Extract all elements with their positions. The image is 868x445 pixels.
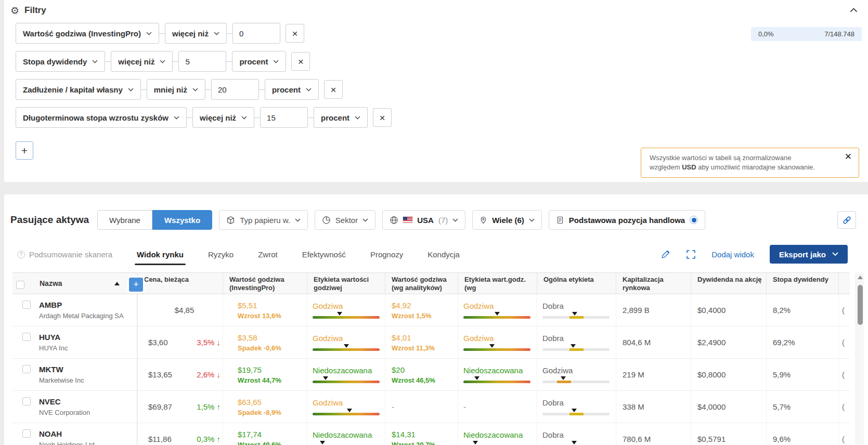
doc-icon <box>556 216 564 225</box>
filter-unit-select[interactable]: procent <box>232 51 286 72</box>
select-all-checkbox[interactable] <box>16 281 24 289</box>
price-change: 0,3% ↑ <box>197 435 221 443</box>
fv-ip-cell: $5,51Wzrost 13,6% <box>223 294 307 326</box>
ticker-link[interactable]: MKTW <box>39 365 137 374</box>
tab-forecasts[interactable]: Prognozy <box>370 242 403 267</box>
tab-scanner-summary[interactable]: ?Podsumowanie skanera <box>17 242 112 267</box>
exchange-dropdown[interactable]: Wiele (6) <box>472 210 542 230</box>
row-checkbox[interactable] <box>22 300 31 309</box>
column-header[interactable]: Stopa dywidendy <box>766 273 838 294</box>
scan-progress-count: 7/148.748 <box>824 30 854 38</box>
gauge-marker-icon <box>489 344 495 348</box>
fair-value-gauge <box>313 312 380 319</box>
column-header[interactable]: Wartość godziwa (InvestingPro) <box>223 273 307 294</box>
gauge-marker-icon <box>495 312 500 316</box>
fullscreen-icon[interactable] <box>686 250 696 259</box>
gauge-marker-icon <box>572 409 577 412</box>
filter-value-input[interactable] <box>178 51 226 72</box>
filter-field-select[interactable]: Stopa dywidendy <box>16 51 105 72</box>
column-header-name[interactable]: Nazwa <box>33 273 137 294</box>
row-checkbox[interactable] <box>22 365 31 373</box>
filter-operator-select[interactable]: mniej niż <box>147 79 205 100</box>
tab-return[interactable]: Zwrot <box>258 242 278 267</box>
pie-icon <box>322 216 331 225</box>
overall-health-gauge <box>542 441 610 445</box>
column-header[interactable]: Kapitalizacja rynkowa <box>616 273 691 294</box>
filter-operator-select[interactable]: więcej niż <box>165 23 227 44</box>
column-header[interactable]: Dywidenda na akcję <box>691 273 766 294</box>
row-checkbox[interactable] <box>22 429 31 438</box>
copy-link-button[interactable] <box>837 211 856 229</box>
filter-field-select[interactable]: Wartość godziwa (InvestingPro) <box>16 23 159 44</box>
ticker-link[interactable]: NVEC <box>39 397 137 406</box>
gauge-marker-icon <box>474 376 480 380</box>
filter-unit-select[interactable]: procent <box>265 79 319 100</box>
chevron-down-icon <box>362 218 368 222</box>
gauge-marker-icon <box>347 409 352 412</box>
ticker-link[interactable]: NOAH <box>39 429 137 438</box>
sort-asc-icon[interactable] <box>114 282 120 285</box>
remove-filter-button[interactable]: × <box>286 24 304 43</box>
filter-operator-select[interactable]: więcej niż <box>192 107 254 128</box>
toggle-selected-button[interactable]: Wybrane <box>97 210 152 230</box>
toggle-on-indicator[interactable] <box>690 216 698 224</box>
filter-field-select[interactable]: Zadłużenie / kapitał własny <box>16 79 141 100</box>
add-column-button[interactable]: + <box>129 278 143 292</box>
column-header[interactable]: Wartość godziwa (wg analityków) <box>385 273 458 294</box>
ticker-link[interactable]: HUYA <box>39 333 137 342</box>
add-view-link[interactable]: Dodaj widok <box>711 250 754 259</box>
column-header[interactable]: Etykieta wart.godz. (wg <box>458 273 537 294</box>
column-header[interactable]: Cena, bieżąca <box>137 273 223 294</box>
connector <box>159 33 165 34</box>
filter-value-input[interactable] <box>260 107 308 128</box>
filter-field-select[interactable]: Długoterminowa stopa wzrostu zysków <box>16 107 187 128</box>
gear-icon[interactable]: ⚙ <box>10 6 19 16</box>
table-scrollbar[interactable] <box>856 272 864 445</box>
country-dropdown[interactable]: USA(7) <box>382 210 465 230</box>
selection-toggle: Wybrane Wszystko <box>97 210 212 230</box>
chevron-down-icon <box>160 60 165 63</box>
row-checkbox[interactable] <box>22 333 31 341</box>
chevron-down-icon <box>452 218 458 222</box>
row-checkbox[interactable] <box>22 397 31 405</box>
clipped-cell: ( <box>838 359 850 390</box>
dividend-yield-cell: 9,6% <box>766 423 838 445</box>
filter-value-input[interactable] <box>211 79 259 100</box>
market-cap-cell: 338 M <box>616 391 691 423</box>
scrollbar-up-arrow[interactable] <box>856 272 864 282</box>
price-change: 2,6% ↓ <box>197 370 221 379</box>
tab-efficiency[interactable]: Efektywność <box>302 242 346 267</box>
dividend-per-share-cell: $2,4900 <box>691 326 766 358</box>
filter-operator-select[interactable]: więcej niż <box>111 51 173 72</box>
column-header[interactable]: Etykieta wartości godziwej <box>307 273 385 294</box>
export-as-button[interactable]: Eksport jako <box>770 245 848 264</box>
column-header[interactable]: Ogólna etykieta <box>537 273 616 294</box>
chevron-down-icon <box>295 218 301 222</box>
remove-filter-button[interactable]: × <box>324 80 343 99</box>
notice-close-icon[interactable]: ✕ <box>845 152 852 162</box>
gauge-marker-icon <box>561 376 566 380</box>
filter-unit-select[interactable]: procent <box>314 107 368 128</box>
filters-title: Filtry <box>24 5 46 16</box>
overall-health-gauge <box>542 312 610 319</box>
sector-dropdown[interactable]: Sektor <box>315 210 375 230</box>
add-filter-button[interactable]: + <box>16 141 33 160</box>
ticker-link[interactable]: AMBP <box>39 300 137 309</box>
column-header-clipped <box>838 273 850 294</box>
remove-filter-button[interactable]: × <box>291 52 310 71</box>
edit-view-button[interactable] <box>660 250 670 259</box>
chevron-down-icon <box>306 88 312 91</box>
collapse-panel-icon[interactable] <box>850 5 858 15</box>
tab-risk[interactable]: Ryzyko <box>208 242 234 267</box>
asset-filter-dropdowns: Typ papieru w.SektorUSA(7)Wiele (6)Podst… <box>219 210 705 230</box>
connector <box>105 61 111 62</box>
package-icon <box>226 216 235 225</box>
primary-listing-dropdown[interactable]: Podstawowa pozycja handlowa <box>549 210 705 230</box>
tab-health[interactable]: Kondycja <box>427 242 460 267</box>
toggle-all-button[interactable]: Wszystko <box>152 210 212 230</box>
remove-filter-button[interactable]: × <box>373 108 392 127</box>
scrollbar-thumb[interactable] <box>858 285 863 325</box>
security-type-dropdown[interactable]: Typ papieru w. <box>219 210 308 230</box>
tab-market-view[interactable]: Widok rynku <box>137 242 184 267</box>
filter-value-input[interactable] <box>232 23 280 44</box>
